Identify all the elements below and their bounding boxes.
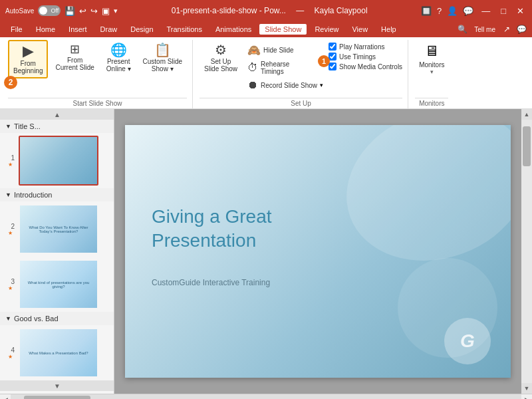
menu-review[interactable]: Review xyxy=(309,24,344,35)
menu-file[interactable]: File xyxy=(5,24,28,35)
section-goodvsbad[interactable]: ▼ Good vs. Bad xyxy=(0,312,114,325)
h-scroll-left[interactable]: ◀ xyxy=(0,394,11,400)
autosave-label: AutoSave xyxy=(5,7,34,15)
show-media-controls-checkbox[interactable] xyxy=(329,63,336,70)
menu-slideshow[interactable]: Slide Show xyxy=(259,24,307,35)
slide4-star: ★ xyxy=(8,354,13,360)
ribbon-collapse-icon[interactable]: 🔲 xyxy=(421,6,432,16)
record-label: Record Slide Show xyxy=(261,82,317,89)
custom-slide-label: Custom SlideShow ▾ xyxy=(143,58,182,72)
autosave-knob xyxy=(39,7,47,15)
slide3-text: What kind of presentations are you givin… xyxy=(20,278,97,291)
help-icon[interactable]: ? xyxy=(437,6,442,16)
v-scroll-down[interactable]: ▼ xyxy=(521,383,532,394)
menu-insert[interactable]: Insert xyxy=(63,24,92,35)
redo-icon[interactable]: ↪ xyxy=(90,6,98,16)
slide-3-container: 3 ★ What kind of presentations are you g… xyxy=(0,257,114,312)
play-narrations-checkbox[interactable] xyxy=(329,43,336,51)
menu-home[interactable]: Home xyxy=(31,24,61,35)
menu-bar: File Home Insert Draw Design Transitions… xyxy=(0,21,532,37)
slide3-numcol: 3 ★ xyxy=(5,278,15,291)
slide-4-thumb[interactable]: What Makes a Presentation Bad? xyxy=(19,328,98,378)
v-scrollbar: ▲ ▼ xyxy=(521,109,532,394)
username-text: Kayla Claypool xyxy=(315,6,368,15)
slide-main-subtitle: CustomGuide Interactive Training xyxy=(152,278,270,287)
setup-group-label: Set Up xyxy=(200,98,402,108)
h-scroll-right[interactable]: ▶ xyxy=(521,394,532,400)
autosave-off: Off xyxy=(51,7,59,14)
main-slide: Giving a Great Presentation CustomGuide … xyxy=(125,125,511,378)
autosave-toggle[interactable]: Off xyxy=(38,5,61,16)
badge2-num: 2 xyxy=(9,78,13,87)
show-media-controls-checkbox-label[interactable]: Show Media Controls xyxy=(329,63,402,70)
v-scroll-thumb[interactable] xyxy=(523,126,531,166)
slide4-num: 4 xyxy=(5,346,15,354)
from-current-slide-btn[interactable]: ⊞ FromCurrent Slide xyxy=(51,40,98,74)
close-btn[interactable]: ✕ xyxy=(514,6,527,16)
menu-draw[interactable]: Draw xyxy=(95,24,123,35)
v-scroll-track[interactable] xyxy=(521,120,532,383)
hide-slide-btn[interactable]: 🙈 Hide Slide xyxy=(245,43,326,58)
v-scroll-up[interactable]: ▲ xyxy=(521,109,532,120)
ribbon-content: ▶ FromBeginning 2 ⊞ FromCurrent Slide 🌐 … xyxy=(0,37,532,108)
h-scroll-thumb[interactable] xyxy=(24,396,90,399)
search-icon[interactable]: 🔍 xyxy=(458,25,467,34)
from-beginning-btn[interactable]: ▶ FromBeginning 2 xyxy=(8,40,48,78)
use-timings-checkbox[interactable] xyxy=(329,53,336,61)
slide2-numcol: 2 ★ xyxy=(5,223,15,236)
slide-view: Giving a Great Presentation CustomGuide … xyxy=(114,109,521,394)
menu-help[interactable]: Help xyxy=(376,24,402,35)
h-scroll-track[interactable] xyxy=(11,394,521,399)
minimize-btn[interactable]: — xyxy=(479,6,493,16)
play-narrations-label: Play Narrations xyxy=(339,43,384,51)
save-icon[interactable]: 💾 xyxy=(65,6,75,16)
ribbon-group-setup: ⚙ Set UpSlide Show 🙈 Hide Slide ⏱ Rehear… xyxy=(194,40,408,108)
monitors-btn[interactable]: 🖥 Monitors ▾ xyxy=(415,40,448,78)
menu-view[interactable]: View xyxy=(346,24,373,35)
rehearse-timings-btn[interactable]: ⏱ RehearseTimings 1 xyxy=(245,59,326,76)
menu-transitions[interactable]: Transitions xyxy=(162,24,207,35)
title-bar-left: AutoSave Off 💾 ↩ ↪ ▣ ▾ xyxy=(5,5,118,16)
use-timings-checkbox-label[interactable]: Use Timings xyxy=(329,53,402,61)
slide1-num: 1 xyxy=(5,154,15,162)
maximize-btn[interactable]: □ xyxy=(498,6,509,16)
section-chevron-2: ▼ xyxy=(5,192,11,198)
dropdown-icon[interactable]: ▾ xyxy=(114,7,118,15)
setup-checkboxes: Play Narrations Use Timings Show Media C… xyxy=(329,40,402,70)
present-online-label: PresentOnline ▾ xyxy=(106,58,131,72)
share-icon[interactable]: 👤 xyxy=(447,6,458,16)
menu-design[interactable]: Design xyxy=(125,24,158,35)
rehearse-icon: ⏱ xyxy=(247,62,258,74)
comments-btn[interactable]: 💬 xyxy=(517,25,527,34)
section-introduction[interactable]: ▼ Introduction xyxy=(0,188,114,201)
section-title[interactable]: ▼ Title S... xyxy=(0,120,114,133)
slide2-inner: What Do You Want To Know After Today's P… xyxy=(20,205,97,253)
record-icon: ⏺ xyxy=(247,79,258,91)
present-online-btn[interactable]: 🌐 PresentOnline ▾ xyxy=(102,40,136,76)
slide-2-thumb[interactable]: What Do You Want To Know After Today's P… xyxy=(19,204,98,254)
ribbon-group-setup-items: ⚙ Set UpSlide Show 🙈 Hide Slide ⏱ Rehear… xyxy=(200,40,402,96)
play-narrations-checkbox-label[interactable]: Play Narrations xyxy=(329,43,402,51)
slide1-star: ★ xyxy=(8,162,13,168)
rehearse-label: RehearseTimings xyxy=(261,61,289,75)
tell-me-label[interactable]: Tell me xyxy=(474,26,495,33)
undo-icon[interactable]: ↩ xyxy=(79,6,86,16)
present-icon[interactable]: ▣ xyxy=(102,6,110,16)
from-beginning-label: FromBeginning xyxy=(13,60,43,74)
record-slide-show-btn[interactable]: ⏺ Record Slide Show ▾ xyxy=(245,78,326,92)
ribbon-group-monitors: 🖥 Monitors ▾ Monitors xyxy=(410,40,454,108)
slide1-inner xyxy=(20,137,97,184)
slide-1-thumb[interactable] xyxy=(19,136,98,186)
slide-3-thumb[interactable]: What kind of presentations are you givin… xyxy=(19,259,98,309)
panel-scroll-down[interactable]: ▼ xyxy=(0,380,114,391)
setup-slideshow-btn[interactable]: ⚙ Set UpSlide Show xyxy=(200,40,242,76)
panel-scroll-up[interactable]: ▲ xyxy=(0,109,114,120)
comment-icon[interactable]: 💬 xyxy=(463,6,473,16)
from-current-label: FromCurrent Slide xyxy=(55,57,94,71)
slide4-numcol: 4 ★ xyxy=(5,346,15,360)
present-online-icon: 🌐 xyxy=(110,43,127,57)
menu-animations[interactable]: Animations xyxy=(210,24,257,35)
slide2-star: ★ xyxy=(8,230,13,236)
custom-slide-show-btn[interactable]: 📋 Custom SlideShow ▾ xyxy=(138,40,187,76)
share-btn[interactable]: ↗ xyxy=(503,25,510,34)
